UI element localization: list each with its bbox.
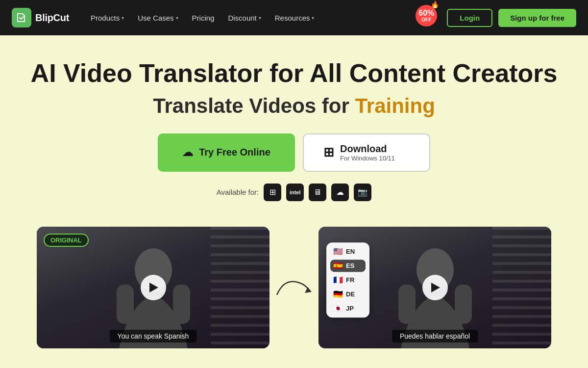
svg-rect-1	[117, 285, 134, 324]
flag-de: 🇩🇪	[333, 289, 343, 299]
flag-jp: 🇯🇵	[333, 304, 343, 313]
logo-icon	[12, 8, 31, 27]
screen-avail-icon: 🖥	[309, 184, 326, 201]
video-section: ORIGINAL You can speak Spanish 🇺🇸 EN	[0, 227, 588, 348]
hero-title: AI Video Translator for All Content Crea…	[12, 59, 576, 88]
lang-en: 🇺🇸 EN	[330, 245, 366, 258]
left-video-subtitle: You can speak Spanish	[110, 330, 197, 342]
right-video-subtitle: Puedes hablar español	[392, 330, 478, 342]
login-button[interactable]: Login	[447, 9, 492, 27]
svg-rect-6	[455, 285, 472, 324]
windows-icon: ⊞	[323, 145, 334, 160]
nav-menu: Products ▾ Use Cases ▾ Pricing Discount …	[85, 10, 400, 26]
flag-fr: 🇫🇷	[333, 275, 343, 285]
navbar: BlipCut Products ▾ Use Cases ▾ Pricing D…	[0, 0, 588, 35]
chevron-down-icon: ▾	[259, 15, 261, 21]
signup-button[interactable]: Sign up for free	[498, 9, 576, 27]
logo[interactable]: BlipCut	[12, 8, 69, 27]
cta-row: ☁ Try Free Online ⊞ Download For Windows…	[12, 133, 576, 172]
play-button-right[interactable]	[422, 275, 448, 300]
try-free-button[interactable]: ☁ Try Free Online	[158, 133, 295, 172]
hero-subtitle: Translate Videos for Training	[12, 94, 576, 118]
flag-es: 🇪🇸	[333, 261, 343, 270]
flag-us: 🇺🇸	[333, 247, 343, 256]
svg-rect-5	[398, 285, 416, 324]
discount-badge: 60% OFF	[416, 5, 441, 30]
camera-avail-icon: 📷	[354, 184, 371, 201]
lang-fr: 🇫🇷 FR	[330, 274, 366, 286]
windows-avail-icon: ⊞	[264, 184, 281, 201]
cloud-avail-icon: ☁	[331, 184, 349, 201]
chevron-down-icon: ▾	[312, 15, 314, 21]
lang-de: 🇩🇪 DE	[330, 288, 366, 300]
svg-rect-2	[173, 285, 190, 324]
original-video-card: ORIGINAL You can speak Spanish	[37, 227, 270, 348]
nav-right: 60% OFF Login Sign up for free	[416, 5, 576, 30]
svg-marker-3	[305, 287, 312, 293]
lang-jp: 🇯🇵 JP	[330, 302, 366, 315]
intel-avail-icon: intel	[286, 184, 304, 201]
lang-es: 🇪🇸 ES	[330, 260, 366, 272]
logo-text: BlipCut	[35, 12, 69, 24]
nav-discount[interactable]: Discount ▾	[222, 10, 267, 26]
hero-section: AI Video Translator for All Content Crea…	[0, 35, 588, 227]
translated-video-card: 🇺🇸 EN 🇪🇸 ES 🇫🇷 FR 🇩🇪 DE 🇯🇵 JP Puedes hab	[318, 227, 551, 348]
arrow-connector	[270, 275, 318, 300]
chevron-down-icon: ▾	[122, 15, 124, 21]
available-row: Available for: ⊞ intel 🖥 ☁ 📷	[12, 184, 576, 201]
language-overlay: 🇺🇸 EN 🇪🇸 ES 🇫🇷 FR 🇩🇪 DE 🇯🇵 JP	[326, 242, 369, 317]
nav-pricing[interactable]: Pricing	[186, 10, 220, 26]
original-badge: ORIGINAL	[44, 234, 89, 247]
play-button-left[interactable]	[141, 275, 166, 300]
nav-products[interactable]: Products ▾	[85, 10, 130, 26]
translate-arrow-icon	[274, 275, 314, 300]
nav-resources[interactable]: Resources ▾	[269, 10, 320, 26]
chevron-down-icon: ▾	[176, 15, 178, 21]
upload-icon: ☁	[182, 146, 193, 159]
nav-use-cases[interactable]: Use Cases ▾	[132, 10, 184, 26]
hero-subtitle-highlight: Training	[355, 94, 435, 117]
available-label: Available for:	[217, 188, 259, 196]
download-button[interactable]: ⊞ Download For Windows 10/11	[303, 133, 430, 172]
